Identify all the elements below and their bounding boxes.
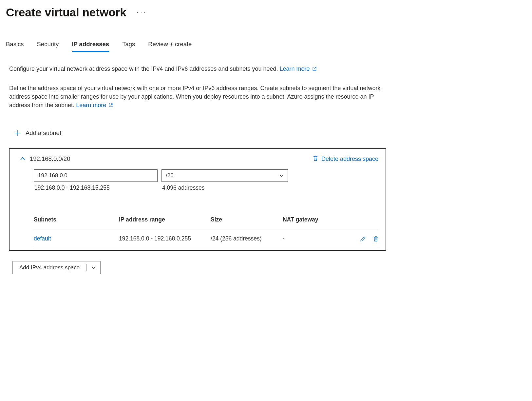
description-2-text: Define the address space of your virtual… bbox=[9, 85, 381, 108]
tab-tags[interactable]: Tags bbox=[122, 39, 135, 52]
tab-basics[interactable]: Basics bbox=[6, 39, 24, 52]
learn-more-label: Learn more bbox=[76, 102, 106, 108]
ip-range-hint: 192.168.0.0 - 192.168.15.255 bbox=[34, 184, 158, 191]
col-ip-range: IP address range bbox=[119, 216, 211, 223]
learn-more-link-2[interactable]: Learn more bbox=[76, 102, 113, 108]
subnet-table-header: Subnets IP address range Size NAT gatewa… bbox=[34, 210, 380, 229]
subnet-nat: - bbox=[283, 235, 345, 242]
description-2: Define the address space of your virtual… bbox=[9, 84, 386, 110]
delete-address-space-label: Delete address space bbox=[321, 156, 378, 162]
address-count-hint: 4,096 addresses bbox=[162, 184, 288, 191]
col-size: Size bbox=[211, 216, 283, 223]
tab-review-create[interactable]: Review + create bbox=[148, 39, 192, 52]
subnet-table: Subnets IP address range Size NAT gatewa… bbox=[15, 210, 380, 248]
more-actions-icon[interactable]: · · · bbox=[136, 8, 147, 17]
subnet-range: 192.168.0.0 - 192.168.0.255 bbox=[119, 235, 211, 242]
ip-address-input[interactable] bbox=[34, 169, 158, 182]
add-ipv4-label: Add IPv4 address space bbox=[13, 264, 86, 271]
description-1: Configure your virtual network address s… bbox=[9, 65, 386, 73]
tab-ip-addresses[interactable]: IP addresses bbox=[72, 39, 109, 52]
learn-more-label: Learn more bbox=[280, 66, 310, 72]
address-space-title: 192.168.0.0/20 bbox=[30, 155, 70, 162]
subnet-size: /24 (256 addresses) bbox=[211, 235, 283, 242]
delete-address-space-button[interactable]: Delete address space bbox=[313, 155, 380, 163]
subnet-name-link[interactable]: default bbox=[34, 235, 119, 242]
wizard-tabs: Basics Security IP addresses Tags Review… bbox=[6, 39, 526, 52]
external-link-icon bbox=[108, 101, 113, 110]
description-1-text: Configure your virtual network address s… bbox=[9, 66, 278, 72]
col-nat-gateway: NAT gateway bbox=[283, 216, 345, 223]
learn-more-link-1[interactable]: Learn more bbox=[280, 66, 317, 72]
external-link-icon bbox=[312, 65, 317, 73]
trash-icon bbox=[313, 155, 318, 163]
cidr-prefix-select[interactable]: /20 bbox=[162, 169, 288, 182]
cidr-value: /20 bbox=[166, 172, 174, 179]
plus-icon bbox=[14, 129, 21, 137]
add-subnet-label: Add a subnet bbox=[26, 129, 61, 137]
add-ipv4-address-space-button[interactable]: Add IPv4 address space bbox=[12, 261, 101, 274]
edit-icon[interactable] bbox=[360, 236, 366, 242]
tab-security[interactable]: Security bbox=[37, 39, 59, 52]
chevron-up-icon[interactable] bbox=[20, 157, 25, 161]
chevron-down-icon bbox=[279, 172, 284, 179]
trash-icon[interactable] bbox=[373, 236, 378, 242]
page-title: Create virtual network bbox=[6, 6, 126, 19]
table-row: default 192.168.0.0 - 192.168.0.255 /24 … bbox=[34, 229, 380, 248]
chevron-down-icon[interactable] bbox=[86, 266, 100, 269]
address-space-panel: 192.168.0.0/20 Delete address space /20 bbox=[9, 148, 386, 251]
col-subnets: Subnets bbox=[34, 216, 119, 223]
add-subnet-button[interactable]: Add a subnet bbox=[14, 129, 386, 137]
